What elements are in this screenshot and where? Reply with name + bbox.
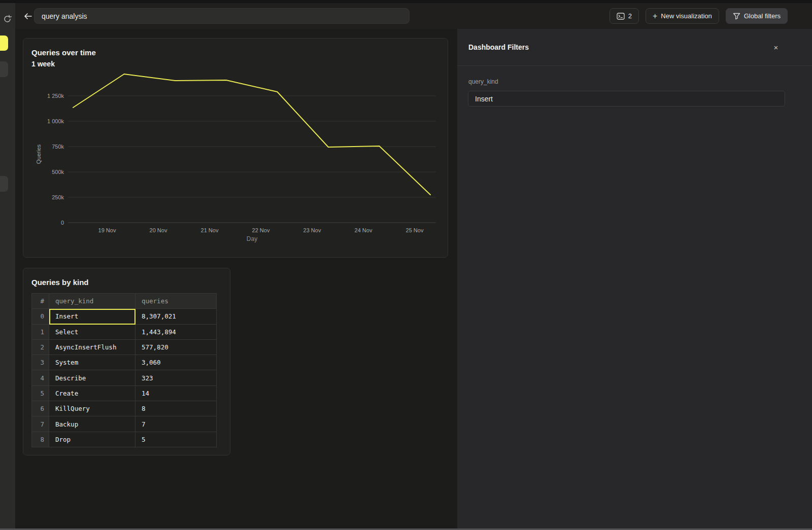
- queries-over-time-card: Queries over time 1 week 0250k500k750k1 …: [23, 38, 448, 258]
- query-kind-filter-value: Insert: [475, 95, 493, 103]
- refresh-icon: [3, 15, 12, 23]
- y-axis-tick-label: 1 250k: [47, 93, 64, 99]
- console-icon: [617, 13, 625, 20]
- x-axis-tick-label: 24 Nov: [355, 227, 373, 233]
- query-kind-filter-input[interactable]: Insert: [468, 91, 785, 107]
- y-axis-tick-label: 0: [61, 220, 64, 226]
- sidebar-item-active-dashboard[interactable]: [0, 36, 8, 51]
- dashboard-filters-panel: Dashboard Filters × query_kind Insert: [457, 29, 812, 530]
- row-index-cell: 7: [32, 416, 49, 432]
- row-index-cell: 3: [32, 355, 49, 370]
- x-axis-tick-label: 22 Nov: [252, 227, 270, 233]
- queries-value-cell[interactable]: 323: [136, 370, 217, 385]
- queries-by-kind-card: Queries by kind #query_kindqueries0Inser…: [23, 268, 230, 455]
- funnel-icon: [733, 13, 740, 20]
- query-kind-cell[interactable]: Select: [49, 325, 136, 340]
- new-visualization-button[interactable]: + New visualization: [646, 8, 719, 24]
- query-kind-cell[interactable]: Create: [49, 386, 136, 401]
- x-axis-tick-label: 25 Nov: [406, 227, 424, 233]
- table-title: Queries by kind: [31, 278, 89, 287]
- row-index-cell: 4: [32, 370, 49, 385]
- col-header-queries[interactable]: queries: [136, 294, 217, 309]
- dashboard-app: 2 + New visualization Global filters Que…: [0, 0, 812, 530]
- row-index-cell: 5: [32, 386, 49, 401]
- y-axis-title: Queries: [36, 144, 42, 164]
- refresh-button[interactable]: [1, 12, 14, 25]
- queries-value-cell[interactable]: 8,307,021: [136, 309, 217, 324]
- query-kind-cell[interactable]: AsyncInsertFlush: [49, 340, 136, 355]
- sidebar-item-3[interactable]: [0, 176, 8, 192]
- plus-icon: +: [653, 12, 657, 20]
- new-visualization-label: New visualization: [661, 12, 712, 20]
- col-header-query-kind[interactable]: query_kind: [49, 294, 136, 309]
- query-kind-cell[interactable]: KillQuery: [49, 401, 136, 416]
- query-kind-cell[interactable]: Backup: [49, 416, 136, 432]
- main-content: Queries over time 1 week 0250k500k750k1 …: [15, 29, 457, 530]
- queries-over-time-chart: 0250k500k750k1 000k1 250kQueries19 Nov20…: [23, 39, 449, 258]
- queries-value-cell[interactable]: 577,820: [136, 340, 217, 355]
- x-axis-tick-label: 21 Nov: [201, 227, 219, 233]
- y-axis-tick-label: 500k: [52, 169, 64, 175]
- queries-value-cell[interactable]: 3,060: [136, 355, 217, 370]
- queries-value-cell[interactable]: 1,443,894: [136, 325, 217, 340]
- query-kind-cell[interactable]: Insert: [49, 309, 136, 324]
- filters-panel-header: Dashboard Filters ×: [457, 29, 812, 66]
- queries-value-cell[interactable]: 5: [136, 432, 217, 447]
- back-button[interactable]: [20, 8, 36, 24]
- row-index-cell: 0: [32, 309, 49, 324]
- y-axis-tick-label: 250k: [52, 194, 64, 200]
- query-kind-cell[interactable]: Drop: [49, 432, 136, 447]
- results-count-label: 2: [628, 12, 632, 20]
- row-index-cell: 6: [32, 401, 49, 416]
- queries-value-cell[interactable]: 8: [136, 401, 217, 416]
- query-kind-cell[interactable]: Describe: [49, 370, 136, 385]
- x-axis-tick-label: 20 Nov: [150, 227, 167, 233]
- topbar-actions: 2 + New visualization Global filters: [610, 8, 788, 24]
- x-axis-tick-label: 19 Nov: [98, 227, 116, 233]
- close-icon[interactable]: ×: [770, 42, 782, 53]
- queries-value-cell[interactable]: 7: [136, 416, 217, 432]
- global-filters-button[interactable]: Global filters: [726, 8, 788, 24]
- mini-sidebar: [0, 3, 15, 530]
- row-index-cell: 1: [32, 325, 49, 340]
- filters-panel-title: Dashboard Filters: [468, 43, 529, 51]
- row-index-cell: 2: [32, 340, 49, 355]
- y-axis-tick-label: 750k: [52, 144, 64, 150]
- left-arrow-icon: [23, 12, 32, 20]
- queries-line-series: [73, 74, 430, 195]
- sidebar-item-2[interactable]: [0, 61, 8, 77]
- queries-by-kind-table: #query_kindqueries0Insert8,307,0211Selec…: [31, 293, 217, 447]
- x-axis-tick-label: 23 Nov: [303, 227, 321, 233]
- results-count-button[interactable]: 2: [610, 8, 639, 24]
- global-filters-label: Global filters: [744, 12, 781, 20]
- col-header-index[interactable]: #: [32, 294, 49, 309]
- filter-field-label: query_kind: [468, 78, 498, 85]
- dashboard-title-input[interactable]: [34, 8, 410, 24]
- row-index-cell: 8: [32, 432, 49, 447]
- x-axis-title: Day: [247, 235, 257, 242]
- y-axis-tick-label: 1 000k: [47, 118, 64, 124]
- query-kind-cell[interactable]: System: [49, 355, 136, 370]
- queries-value-cell[interactable]: 14: [136, 386, 217, 401]
- top-bar: 2 + New visualization Global filters: [15, 3, 812, 29]
